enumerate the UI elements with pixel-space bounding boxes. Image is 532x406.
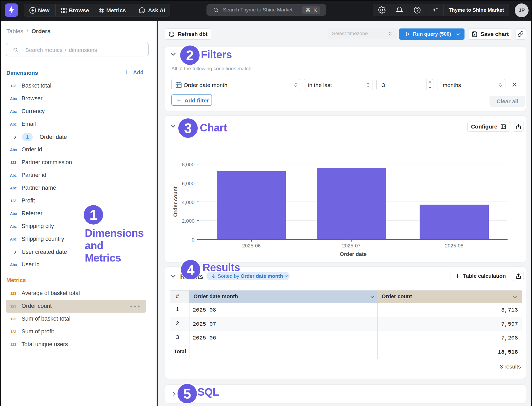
svg-text:4,000: 4,000	[182, 200, 195, 205]
svg-text:0: 0	[192, 237, 195, 243]
svg-text:8,000: 8,000	[182, 162, 195, 167]
svg-text:2,000: 2,000	[182, 218, 195, 224]
svg-text:2025-08: 2025-08	[445, 243, 463, 248]
svg-text:2025-07: 2025-07	[342, 243, 361, 248]
svg-text:Order count: Order count	[172, 186, 178, 217]
svg-text:6,000: 6,000	[182, 181, 195, 186]
svg-text:2025-06: 2025-06	[242, 243, 261, 248]
svg-text:Order date: Order date	[340, 251, 366, 257]
